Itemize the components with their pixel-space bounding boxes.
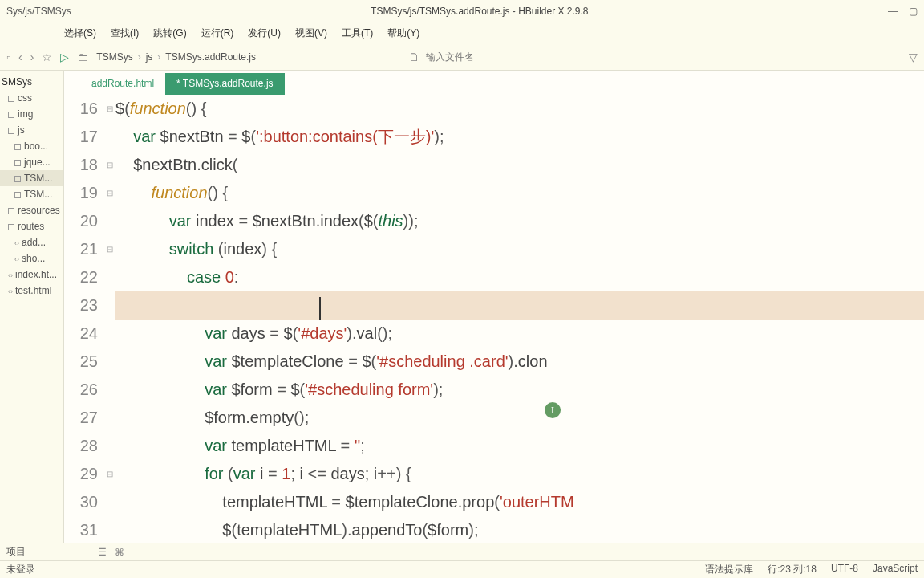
toolbar: ▫ ‹ › ☆ ▷ 🗀 TSMSys › js › TSMSys.addRout…: [0, 43, 924, 71]
language-mode[interactable]: JavaScript: [873, 563, 918, 576]
code-line[interactable]: templateHTML = $templateClone.prop('oute…: [116, 488, 924, 516]
breadcrumb-item[interactable]: TSMSys.addRoute.js: [165, 51, 256, 63]
menu-item[interactable]: 工具(T): [342, 26, 373, 40]
bottombar: 项目 ☰ ⌘: [0, 543, 924, 560]
minimize-icon[interactable]: —: [888, 6, 898, 17]
menu-item[interactable]: 运行(R): [201, 26, 234, 40]
code-line[interactable]: var index = $nextBtn.index($(this));: [116, 207, 924, 235]
menu-item[interactable]: 选择(S): [64, 26, 96, 40]
gutter: 16171819202122232425262728293031: [64, 95, 104, 552]
sidebar: SMSys cssimgjs boo...jque...TSM...TSM...…: [0, 71, 64, 552]
sidebar-item[interactable]: img: [0, 106, 63, 122]
fold-toggle[interactable]: ⊟: [104, 95, 116, 123]
fold-toggle[interactable]: ⊟: [104, 235, 116, 263]
fold-toggle[interactable]: [104, 348, 116, 376]
menu-item[interactable]: 发行(U): [248, 26, 281, 40]
nav-back-icon[interactable]: ‹: [18, 51, 22, 63]
fold-column: ⊟⊟⊟⊟⊟: [104, 95, 116, 552]
fold-toggle[interactable]: ⊟: [104, 460, 116, 488]
fold-toggle[interactable]: ⊟: [104, 179, 116, 207]
menu-item[interactable]: 查找(I): [111, 26, 139, 40]
sidebar-root[interactable]: SMSys: [0, 74, 63, 90]
tab[interactable]: * TSMSys.addRoute.js: [165, 73, 285, 95]
maximize-icon[interactable]: ▢: [909, 6, 918, 17]
code-line[interactable]: $nextBtn.click(: [116, 151, 924, 179]
fold-toggle[interactable]: [104, 291, 116, 320]
code-line[interactable]: [116, 291, 924, 320]
breadcrumb: TSMSys › js › TSMSys.addRoute.js: [96, 51, 256, 63]
editor: addRoute.html* TSMSys.addRoute.js 161718…: [64, 71, 924, 552]
outline-icon[interactable]: ☰: [98, 547, 107, 558]
sidebar-item[interactable]: resources: [0, 202, 63, 218]
code-lines[interactable]: I $(function() { var $nextBtn = $(':butt…: [116, 95, 924, 552]
code-line[interactable]: for (var i = 1; i <= days; i++) {: [116, 460, 924, 488]
window-controls: — ▢: [888, 6, 918, 17]
statusbar: 未登录 语法提示库 行:23 列:18 UTF-8 JavaScript: [0, 560, 924, 578]
fold-toggle[interactable]: [104, 488, 116, 516]
fold-toggle[interactable]: ⊟: [104, 151, 116, 179]
code-line[interactable]: switch (index) {: [116, 235, 924, 263]
folder-icon[interactable]: 🗀: [77, 51, 88, 63]
sidebar-file[interactable]: jque...: [0, 154, 63, 170]
menu-item[interactable]: 视图(V): [295, 26, 327, 40]
code-line[interactable]: var $form = $('#scheduling form');: [116, 376, 924, 404]
code-line[interactable]: var days = $('#days').val();: [116, 320, 924, 348]
code-line[interactable]: var $nextBtn = $(':button:contains(下一步)'…: [116, 123, 924, 151]
run-icon[interactable]: ▷: [60, 51, 69, 63]
syntax-hints[interactable]: 语法提示库: [705, 563, 753, 576]
fold-toggle[interactable]: [104, 207, 116, 235]
fold-toggle[interactable]: [104, 376, 116, 404]
menu-item[interactable]: 跳转(G): [153, 26, 186, 40]
sidebar-file[interactable]: TSM...: [0, 186, 63, 202]
code-line[interactable]: $(function() {: [116, 95, 924, 123]
login-status[interactable]: 未登录: [6, 563, 35, 576]
encoding[interactable]: UTF-8: [831, 563, 858, 576]
menu-item[interactable]: 帮助(Y): [387, 26, 419, 40]
star-icon[interactable]: ☆: [42, 51, 52, 63]
code-line[interactable]: var templateHTML = '';: [116, 432, 924, 460]
menubar: 选择(S)查找(I)跳转(G)运行(R)发行(U)视图(V)工具(T)帮助(Y): [0, 22, 924, 43]
sidebar-file[interactable]: ‹›index.ht...: [0, 267, 63, 283]
sidebar-file[interactable]: ‹›add...: [0, 234, 63, 250]
fold-toggle[interactable]: [104, 516, 116, 544]
titlebar: Sys/js/TSMSys TSMSys/js/TSMSys.addRoute.…: [0, 0, 924, 22]
sidebar-item[interactable]: js: [0, 122, 63, 138]
nav-forward-icon[interactable]: ›: [30, 51, 34, 63]
sidebar-item[interactable]: routes: [0, 218, 63, 234]
sidebar-file[interactable]: ‹›sho...: [0, 250, 63, 267]
search-icon: 🗋: [408, 51, 419, 63]
code-line[interactable]: $(templateHTML).appendTo($form);: [116, 516, 924, 544]
sidebar-item[interactable]: css: [0, 90, 63, 106]
mouse-cursor-icon: I: [545, 402, 561, 418]
filter-icon[interactable]: ▽: [909, 51, 918, 63]
code-line[interactable]: var $templateClone = $('#scheduling .car…: [116, 348, 924, 376]
sidebar-file[interactable]: ‹›test.html: [0, 283, 63, 299]
titlebar-path: Sys/js/TSMSys: [6, 6, 71, 17]
tab[interactable]: addRoute.html: [80, 73, 165, 95]
code-line[interactable]: case 0:: [116, 263, 924, 291]
sidebar-file[interactable]: boo...: [0, 138, 63, 154]
terminal-icon[interactable]: ⌘: [115, 547, 124, 558]
code-area[interactable]: 16171819202122232425262728293031 ⊟⊟⊟⊟⊟ I…: [64, 95, 924, 552]
sidebar-file[interactable]: TSM...: [0, 170, 63, 186]
fold-toggle[interactable]: [104, 123, 116, 151]
fold-toggle[interactable]: [104, 404, 116, 432]
code-line[interactable]: function() {: [116, 179, 924, 207]
code-line[interactable]: $form.empty();: [116, 404, 924, 432]
cursor-position: 行:23 列:18: [768, 563, 817, 576]
text-cursor: [319, 297, 321, 320]
window-title: TSMSys/js/TSMSys.addRoute.js - HBuilder …: [71, 6, 888, 17]
breadcrumb-item[interactable]: TSMSys: [96, 51, 132, 63]
file-search[interactable]: 🗋: [408, 51, 586, 63]
project-label[interactable]: 项目: [6, 545, 26, 559]
fold-toggle[interactable]: [104, 263, 116, 291]
fold-toggle[interactable]: [104, 432, 116, 460]
breadcrumb-item[interactable]: js: [146, 51, 153, 63]
search-input[interactable]: [426, 51, 586, 63]
new-file-icon[interactable]: ▫: [6, 51, 10, 63]
tabs: addRoute.html* TSMSys.addRoute.js: [64, 71, 924, 95]
fold-toggle[interactable]: [104, 320, 116, 348]
